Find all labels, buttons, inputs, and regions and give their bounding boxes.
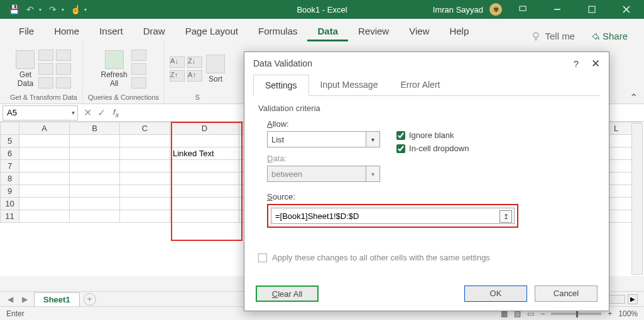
row-header[interactable]: 6 xyxy=(1,147,19,160)
data-combo: between ▾ xyxy=(267,166,380,182)
fx-icon[interactable]: fx xyxy=(108,107,124,119)
chevron-down-icon: ▾ xyxy=(366,166,379,181)
source-input[interactable] xyxy=(271,208,515,224)
hscroll-right-icon[interactable]: ▶ xyxy=(628,294,638,304)
incell-dropdown-checkbox[interactable]: In-cell dropdown xyxy=(396,144,469,153)
data-validation-dialog: Data Validation ? ✕ Settings Input Messa… xyxy=(244,51,609,311)
tab-file[interactable]: File xyxy=(9,21,44,41)
redo-icon[interactable]: ↷ xyxy=(48,4,58,14)
sort-button[interactable]: Sort xyxy=(206,55,225,83)
refresh-icon xyxy=(105,50,124,69)
maximize-button[interactable] xyxy=(577,0,606,19)
group-label-queries: Queries & Connections xyxy=(88,93,159,101)
tell-me-label: Tell me xyxy=(545,31,575,41)
share-button[interactable]: Share xyxy=(584,31,635,41)
cancel-button[interactable]: Cancel xyxy=(535,285,598,302)
column-header[interactable]: C xyxy=(120,122,170,135)
titlebar: 💾 ↶▾ ↷▾ ☝▾ Book1 - Excel Imran Sayyad ✾ xyxy=(0,0,644,19)
vertical-scrollbar[interactable] xyxy=(631,123,643,275)
share-icon xyxy=(591,32,600,41)
get-data-icon xyxy=(16,50,35,69)
group-label-get-transform: Get & Transform Data xyxy=(10,93,77,101)
ribbon-options-icon[interactable] xyxy=(508,0,537,19)
quick-access-toolbar: 💾 ↶▾ ↷▾ ☝▾ xyxy=(0,4,87,14)
validation-criteria-label: Validation criteria xyxy=(258,104,595,113)
ignore-blank-checkbox[interactable]: Ignore blank xyxy=(396,131,469,140)
tab-insert[interactable]: Insert xyxy=(89,21,133,41)
get-data-small-buttons[interactable] xyxy=(38,50,71,88)
bulb-icon xyxy=(531,31,541,41)
allow-label: Allow: xyxy=(267,119,378,129)
sheet-tab[interactable]: Sheet1 xyxy=(34,292,80,306)
enter-formula-icon[interactable]: ✓ xyxy=(94,107,108,119)
zoom-slider[interactable] xyxy=(551,312,601,315)
avatar[interactable]: ✾ xyxy=(489,3,502,16)
add-sheet-button[interactable]: + xyxy=(84,293,96,306)
svg-point-5 xyxy=(533,33,538,38)
zoom-level[interactable]: 100% xyxy=(618,309,638,318)
ribbon-tabs: File Home Insert Draw Page Layout Formul… xyxy=(0,19,644,41)
sort-icon xyxy=(206,55,225,73)
name-box[interactable]: A5 ▾ xyxy=(3,105,78,120)
refresh-all-button[interactable]: Refresh All xyxy=(101,50,128,88)
apply-all-label: Apply these changes to all other cells w… xyxy=(272,253,490,262)
dialog-help-icon[interactable]: ? xyxy=(574,58,579,69)
column-header[interactable]: B xyxy=(70,122,120,135)
tab-data[interactable]: Data xyxy=(307,21,348,41)
sheet-nav-prev-icon[interactable]: ◀ xyxy=(5,295,16,304)
touch-icon[interactable]: ☝ xyxy=(70,4,80,14)
row-header[interactable]: 9 xyxy=(1,185,19,198)
document-title: Book1 - Excel xyxy=(297,5,347,14)
cell-d6[interactable]: Linked Text xyxy=(170,147,239,160)
tab-page-layout[interactable]: Page Layout xyxy=(175,21,248,41)
sheet-nav-next-icon[interactable]: ▶ xyxy=(19,295,30,304)
svg-rect-2 xyxy=(589,6,595,13)
range-picker-icon[interactable]: ↥ xyxy=(499,210,512,223)
dialog-tab-input-message[interactable]: Input Message xyxy=(309,75,390,95)
column-header[interactable]: A xyxy=(19,122,70,135)
dialog-tabs: Settings Input Message Error Alert xyxy=(253,75,600,96)
undo-icon[interactable]: ↶ xyxy=(25,4,35,14)
chevron-down-icon[interactable]: ▾ xyxy=(366,132,379,147)
source-label: Source: xyxy=(267,192,595,201)
cancel-formula-icon[interactable]: ✕ xyxy=(80,107,94,119)
user-name[interactable]: Imran Sayyad xyxy=(433,5,483,14)
get-data-button[interactable]: Get Data xyxy=(16,50,35,88)
sort-az-buttons[interactable]: A↓Z↓Z↑A↑ xyxy=(170,56,202,82)
connections-small-buttons[interactable] xyxy=(131,50,146,88)
save-icon[interactable]: 💾 xyxy=(9,4,19,14)
column-header[interactable]: D xyxy=(170,122,239,135)
tab-home[interactable]: Home xyxy=(44,21,89,41)
row-header[interactable]: 11 xyxy=(1,210,19,223)
clear-all-button[interactable]: Clear All xyxy=(256,285,319,302)
tab-draw[interactable]: Draw xyxy=(133,21,175,41)
tab-help[interactable]: Help xyxy=(439,21,479,41)
data-label: Data: xyxy=(267,154,378,163)
row-header[interactable]: 10 xyxy=(1,198,19,210)
chevron-down-icon[interactable]: ▾ xyxy=(72,109,75,116)
allow-combo[interactable]: List ▾ xyxy=(267,131,380,147)
status-mode: Enter xyxy=(6,309,25,318)
ok-button[interactable]: OK xyxy=(464,285,527,302)
dialog-tab-settings[interactable]: Settings xyxy=(253,75,309,96)
tab-formulas[interactable]: Formulas xyxy=(248,21,308,41)
row-header[interactable]: 7 xyxy=(1,160,19,173)
svg-rect-0 xyxy=(520,6,526,11)
dialog-tab-error-alert[interactable]: Error Alert xyxy=(389,75,451,95)
dialog-title: Data Validation xyxy=(253,58,312,68)
tell-me[interactable]: Tell me xyxy=(522,31,584,41)
close-button[interactable] xyxy=(612,0,640,19)
tab-view[interactable]: View xyxy=(399,21,439,41)
apply-all-checkbox xyxy=(258,253,267,262)
source-highlight: ↥ xyxy=(267,204,518,228)
row-header[interactable]: 8 xyxy=(1,173,19,185)
row-header[interactable]: 5 xyxy=(1,135,19,147)
tab-review[interactable]: Review xyxy=(348,21,399,41)
collapse-ribbon-icon[interactable]: ⌃ xyxy=(623,41,644,104)
minimize-button[interactable] xyxy=(543,0,571,19)
dialog-close-icon[interactable]: ✕ xyxy=(591,57,600,70)
